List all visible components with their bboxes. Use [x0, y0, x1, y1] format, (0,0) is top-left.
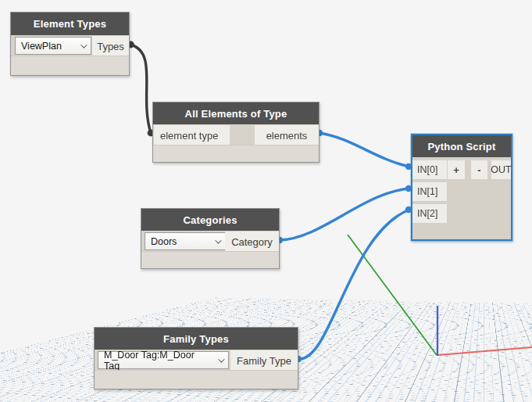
categories-dropdown[interactable]: Doors: [145, 232, 226, 250]
all-elements-input-port[interactable]: element type: [154, 125, 230, 145]
node-all-elements-of-type[interactable]: All Elements of Type element type elemen…: [152, 102, 320, 163]
graph-canvas[interactable]: Element Types ViewPlan Types All Element…: [0, 0, 532, 402]
node-all-elements-title[interactable]: All Elements of Type: [153, 102, 319, 124]
all-elements-output-port[interactable]: elements: [255, 125, 319, 145]
categories-lacing-strip: [141, 251, 279, 268]
python-input-port-in2[interactable]: IN[2]: [412, 204, 447, 223]
python-row-2: IN[2]: [412, 204, 511, 223]
node-categories-port-row: Doors Category: [141, 231, 279, 253]
node-element-types-title[interactable]: Element Types: [11, 13, 129, 35]
node-categories-title[interactable]: Categories: [141, 209, 279, 231]
element-types-output-port[interactable]: Types: [92, 36, 129, 56]
node-categories[interactable]: Categories Doors Category: [141, 208, 280, 269]
python-row-1: IN[1]: [412, 182, 511, 201]
python-row-0: IN[0] + - OUT: [412, 160, 511, 179]
family-types-dropdown-value: M_Door Tag:M_Door Tag: [104, 350, 212, 371]
family-types-dropdown[interactable]: M_Door Tag:M_Door Tag: [98, 351, 229, 369]
chevron-down-icon: [215, 237, 221, 243]
python-output-port-out[interactable]: OUT: [491, 160, 511, 179]
family-types-lacing-strip: [95, 370, 298, 389]
python-input-port-in0[interactable]: IN[0]: [412, 160, 447, 179]
wire-types-to-element-type[interactable]: [130, 45, 151, 133]
node-family-types[interactable]: Family Types M_Door Tag:M_Door Tag Famil…: [94, 327, 298, 389]
node-python-script-title[interactable]: Python Script: [412, 135, 511, 157]
remove-input-button[interactable]: -: [471, 160, 487, 179]
add-input-button[interactable]: +: [448, 160, 465, 179]
node-family-types-port-row: M_Door Tag:M_Door Tag Family Type: [95, 350, 298, 371]
element-types-dropdown-value: ViewPlan: [21, 41, 62, 52]
python-input-port-in1[interactable]: IN[1]: [412, 182, 447, 201]
categories-output-port[interactable]: Category: [225, 232, 279, 252]
node-all-elements-port-row: element type elements: [153, 124, 319, 146]
node-family-types-title[interactable]: Family Types: [95, 328, 298, 350]
wire-elements-to-in0[interactable]: [320, 133, 409, 167]
chevron-down-icon: [80, 41, 87, 48]
node-element-types[interactable]: Element Types ViewPlan Types: [10, 12, 130, 76]
family-types-output-port[interactable]: Family Type: [230, 350, 298, 371]
chevron-down-icon: [218, 356, 224, 362]
element-types-lacing-strip: [11, 56, 129, 75]
categories-dropdown-value: Doors: [151, 236, 177, 247]
node-element-types-port-row: ViewPlan Types: [11, 35, 129, 57]
element-types-dropdown[interactable]: ViewPlan: [15, 37, 91, 55]
all-elements-lacing-strip: [153, 145, 319, 162]
node-python-script[interactable]: Python Script IN[0] + - OUT IN[1] IN[2]: [411, 134, 512, 241]
